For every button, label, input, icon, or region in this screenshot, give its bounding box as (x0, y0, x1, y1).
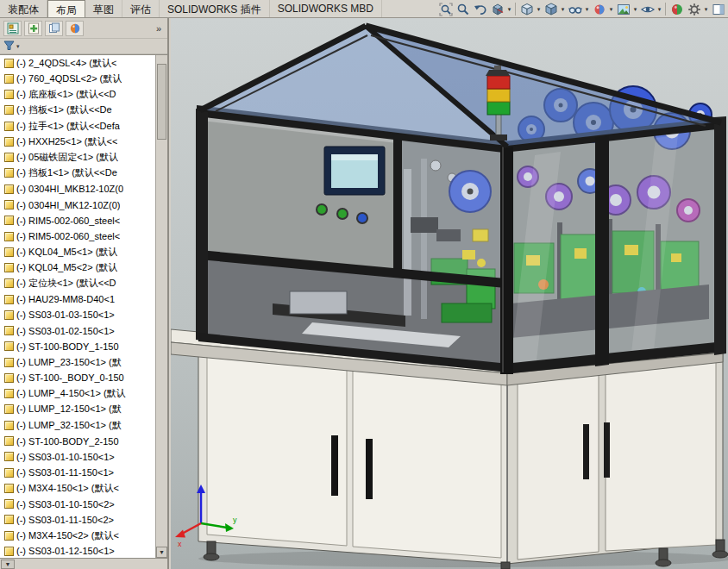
display-style-icon[interactable] (543, 1, 559, 17)
caret-icon[interactable]: ▾ (632, 6, 638, 13)
propertymanager-tab-icon[interactable] (24, 21, 42, 36)
display-panel[interactable] (324, 147, 385, 195)
tree-item[interactable]: (-) 760_4QDSL<2> (默认 (0, 71, 155, 86)
tree-item[interactable]: (-) 05磁铁固定<1> (默认 (0, 150, 155, 166)
hide-show-items-icon[interactable] (567, 1, 583, 17)
tree-item[interactable]: (-) LUMP_32-150<1> (默 (0, 417, 155, 433)
tree-item[interactable]: (-) SS03-01-12-150<1> (0, 543, 155, 558)
displaymanager-tab-icon[interactable] (66, 21, 84, 36)
caret-icon[interactable]: ▾ (536, 6, 542, 13)
panel-expand-button[interactable]: ▼ (1, 560, 15, 569)
caret-icon[interactable]: ▾ (506, 6, 512, 13)
tree-item-label: (-) SS03-01-11-150<2> (16, 515, 114, 525)
panel-overflow-chevron[interactable]: » (156, 23, 164, 34)
tree-item[interactable]: (-) ST-100-BODY_2-150 (0, 433, 155, 448)
options-gear-icon[interactable] (686, 1, 702, 17)
view-orientation-icon[interactable] (518, 1, 535, 17)
task-pane-icon[interactable] (710, 1, 726, 17)
tree-item[interactable]: (-) 底座板<1> (默认<<D (0, 87, 155, 103)
tree-item[interactable]: (-) 0304HI_MK12-10Z(0) (0, 197, 155, 212)
tree-item[interactable]: (-) SS03-01-03-150<1> (0, 307, 155, 322)
tree-item[interactable]: (-) SS03-01-11-150<2> (0, 512, 155, 528)
tree-item[interactable]: (-) SS03-01-02-150<1> (0, 323, 155, 339)
tree-item[interactable]: (-) HXXH25<1> (默认<< (0, 134, 155, 149)
tree-item[interactable]: (-) SS03-01-10-150<2> (0, 496, 155, 511)
tree-item[interactable]: (-) LUMP_12-150<1> (默 (0, 402, 155, 417)
tree-item[interactable]: (-) 挡板<1> (默认<<De (0, 103, 155, 118)
assembly-component-icon (4, 232, 14, 241)
tree-item[interactable]: (-) 0304HI_MKB12-10Z(0 (0, 181, 155, 197)
tree-item[interactable]: (-) 拉手<1> (默认<<Defa (0, 118, 155, 134)
tree-item[interactable]: (-) 定位块<1> (默认<<D (0, 276, 155, 291)
assembly-component-icon (4, 468, 14, 478)
assembly-component-icon (4, 436, 14, 446)
ribbon-tabs: 装配体布局草图评估SOLIDWORKS 插件SOLIDWORKS MBD (0, 0, 382, 17)
graphics-viewport[interactable]: x y (171, 18, 728, 569)
ribbon-tab-3[interactable]: 草图 (85, 0, 122, 17)
configurationmanager-tab-icon[interactable] (45, 21, 63, 36)
zoom-to-fit-icon[interactable] (437, 1, 454, 17)
filter-caret-icon[interactable]: ▾ (16, 43, 20, 50)
assembly-component-icon (4, 278, 14, 288)
zoom-to-area-icon[interactable] (455, 1, 471, 17)
tree-item[interactable]: (-) KQL04_M5<1> (默认 (0, 244, 155, 259)
tree-item-label: (-) 760_4QDSL<2> (默认 (16, 72, 122, 85)
caret-icon[interactable]: ▾ (584, 6, 590, 13)
assembly-component-icon (4, 310, 14, 320)
triad-x-label: x (178, 540, 182, 548)
tree-item[interactable]: (-) M3X4-150<1> (默认< (0, 480, 155, 496)
tree-item[interactable]: (-) ST-100-_BODY_0-150 (0, 370, 155, 385)
cad-model-machine[interactable]: x y (171, 18, 728, 569)
assembly-component-icon (4, 341, 14, 351)
ribbon-tab-5[interactable]: SOLIDWORKS 插件 (160, 0, 270, 17)
tree-item[interactable]: (-) RIM5-002-060_steel< (0, 213, 155, 228)
assembly-component-icon (4, 168, 14, 178)
tree-item[interactable]: (-) HAU29-MM8-D40<1 (0, 291, 155, 307)
assembly-component-icon (4, 531, 14, 541)
ribbon-tab-bar: 装配体布局草图评估SOLIDWORKS 插件SOLIDWORKS MBD ▾ ▾… (0, 0, 728, 18)
tree-item[interactable]: (-) SS03-01-11-150<1> (0, 465, 155, 480)
tree-item-label: (-) 定位块<1> (默认<<D (16, 277, 116, 290)
tree-item[interactable]: (-) 2_4QDSL<4> (默认< (0, 55, 155, 71)
feature-tree-area: (-) 2_4QDSL<4> (默认<(-) 760_4QDSL<2> (默认(… (0, 54, 167, 559)
tree-item[interactable]: (-) LUMP_23-150<1> (默 (0, 354, 155, 370)
tree-item-label: (-) 挡板1<1> (默认<<De (16, 166, 117, 179)
tree-item[interactable]: (-) ST-100-BODY_1-150 (0, 339, 155, 354)
assembly-component-icon (4, 216, 14, 225)
ribbon-tab-2[interactable]: 布局 (47, 0, 85, 17)
tree-item-label: (-) M3X4-150<1> (默认< (16, 482, 119, 495)
caret-icon[interactable]: ▾ (703, 6, 709, 13)
feature-manager-panel: » ▾ (-) 2_4QDSL<4> (默认<(-) 760_4QDSL<2> … (0, 18, 169, 569)
apply-scene-icon[interactable] (615, 1, 631, 17)
tree-item-label: (-) RIM5-002-060_steel< (16, 231, 120, 241)
scroll-down-button[interactable]: ▼ (156, 547, 167, 558)
tree-vertical-scrollbar[interactable]: ▼ (155, 55, 167, 558)
tree-filter-row: ▾ (0, 39, 167, 54)
assembly-component-icon (4, 105, 14, 115)
tree-item[interactable]: (-) M3X4-150<2> (默认< (0, 528, 155, 543)
scrollbar-thumb[interactable] (157, 64, 166, 140)
tree-item[interactable]: (-) KQL04_M5<2> (默认 (0, 259, 155, 275)
tree-item[interactable]: (-) SS03-01-10-150<1> (0, 449, 155, 465)
tree-item-label: (-) SS03-01-10-150<2> (16, 499, 115, 510)
view-settings-icon[interactable] (639, 1, 656, 17)
section-view-icon[interactable] (489, 1, 505, 17)
ribbon-tab-1[interactable]: 装配体 (0, 0, 47, 17)
tree-item-label: (-) SS03-01-03-150<1> (16, 310, 115, 320)
ribbon-tab-6[interactable]: SOLIDWORKS MBD (270, 0, 382, 17)
tree-item[interactable]: (-) 挡板1<1> (默认<<De (0, 166, 155, 181)
caret-icon[interactable]: ▾ (608, 6, 614, 13)
featuremanager-tab-icon[interactable] (3, 21, 22, 36)
caret-icon[interactable]: ▾ (560, 6, 566, 13)
tree-item[interactable]: (-) RIM5-002-060_steel< (0, 228, 155, 244)
tree-item-label: (-) SS03-01-02-150<1> (16, 326, 115, 336)
previous-view-icon[interactable] (472, 1, 488, 17)
realview-sphere-icon[interactable] (668, 1, 685, 17)
tree-item-label: (-) KQL04_M5<2> (默认 (16, 261, 117, 274)
edit-appearance-icon[interactable] (591, 1, 607, 17)
ribbon-tab-4[interactable]: 评估 (122, 0, 160, 17)
filter-funnel-icon[interactable] (3, 39, 15, 54)
caret-icon[interactable]: ▾ (656, 6, 662, 13)
assembly-component-icon (4, 184, 14, 194)
tree-item[interactable]: (-) LUMP_4-150<1> (默认 (0, 386, 155, 402)
